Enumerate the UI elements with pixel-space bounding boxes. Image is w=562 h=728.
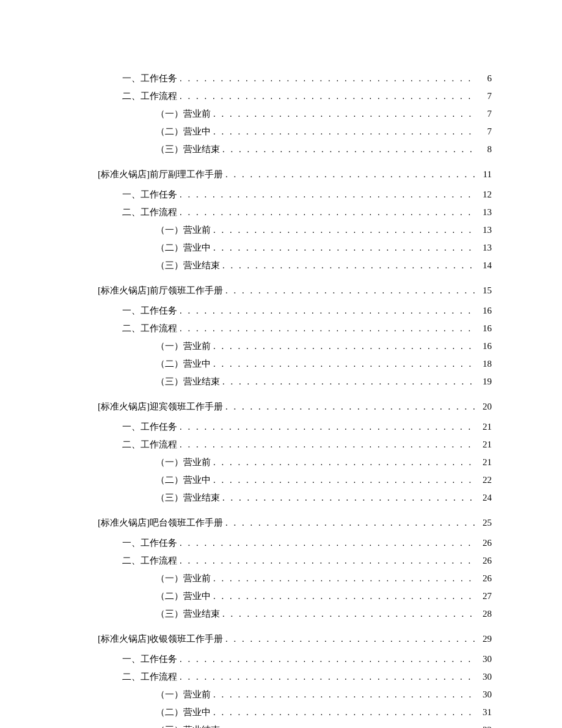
toc-entry-page: 32 xyxy=(480,722,492,728)
toc-leader-dots xyxy=(213,222,477,238)
toc-leader-dots xyxy=(213,123,477,140)
toc-entry: 二、工作流程16 xyxy=(70,320,492,337)
toc-entry-page: 13 xyxy=(480,204,492,221)
toc-entry-label: （一）营业前 xyxy=(156,570,211,587)
toc-entry-page: 21 xyxy=(480,436,492,453)
toc-leader-dots xyxy=(222,722,477,728)
toc-entry-page: 26 xyxy=(480,570,492,587)
toc-entry-label: 一、工作任务 xyxy=(122,535,177,551)
toc-leader-dots xyxy=(225,515,477,531)
toc-entry: [标准火锅店]前厅副理工作手册11 xyxy=(70,166,492,183)
toc-leader-dots xyxy=(180,651,477,667)
toc-leader-dots xyxy=(180,303,477,319)
toc-leader-dots xyxy=(180,204,477,221)
toc-entry-page: 21 xyxy=(480,454,492,471)
toc-entry-page: 13 xyxy=(480,222,492,238)
toc-entry-label: 一、工作任务 xyxy=(122,303,177,319)
toc-entry-page: 26 xyxy=(480,535,492,551)
toc-entry: 一、工作任务6 xyxy=(70,70,492,87)
toc-entry-label: [标准火锅店]迎宾领班工作手册 xyxy=(98,399,223,415)
document-page: 一、工作任务6二、工作流程7（一）营业前7（二）营业中7（三）营业结束8[标准火… xyxy=(0,0,562,728)
toc-entry-page: 30 xyxy=(480,686,492,703)
toc-entry-label: （三）营业结束 xyxy=(156,373,220,390)
toc-leader-dots xyxy=(213,454,477,471)
toc-entry-page: 16 xyxy=(480,320,492,337)
toc-leader-dots xyxy=(213,588,477,605)
toc-leader-dots xyxy=(222,141,477,158)
toc-entry-page: 13 xyxy=(480,240,492,256)
toc-entry-label: 二、工作流程 xyxy=(122,669,177,685)
toc-entry-page: 26 xyxy=(480,553,492,569)
toc-entry: （一）营业前16 xyxy=(70,338,492,355)
toc-entry-label: 一、工作任务 xyxy=(122,186,177,203)
toc-entry: [标准火锅店]收银领班工作手册29 xyxy=(70,631,492,647)
toc-entry-page: 29 xyxy=(480,631,492,647)
toc-entry: （三）营业结束32 xyxy=(70,722,492,728)
toc-entry: （一）营业前30 xyxy=(70,686,492,703)
toc-leader-dots xyxy=(180,70,477,87)
toc-entry-label: （一）营业前 xyxy=(156,222,211,238)
toc-entry: 一、工作任务12 xyxy=(70,186,492,203)
toc-entry: （二）营业中22 xyxy=(70,472,492,488)
toc-entry-label: （二）营业中 xyxy=(156,472,211,488)
toc-entry-label: 一、工作任务 xyxy=(122,419,177,435)
toc-entry-page: 18 xyxy=(480,356,492,372)
toc-entry-page: 30 xyxy=(480,669,492,685)
toc-entry: （一）营业前21 xyxy=(70,454,492,471)
toc-leader-dots xyxy=(225,631,477,647)
toc-leader-dots xyxy=(222,490,477,506)
toc-entry: （一）营业前26 xyxy=(70,570,492,587)
toc-entry: 一、工作任务30 xyxy=(70,651,492,667)
toc-entry: [标准火锅店]吧台领班工作手册25 xyxy=(70,515,492,531)
toc-entry: [标准火锅店]前厅领班工作手册15 xyxy=(70,282,492,299)
toc-entry: （三）营业结束19 xyxy=(70,373,492,390)
toc-leader-dots xyxy=(180,88,477,105)
toc-leader-dots xyxy=(180,669,477,685)
toc-entry-page: 30 xyxy=(480,651,492,667)
toc-entry: （二）营业中31 xyxy=(70,704,492,721)
toc-entry-label: 二、工作流程 xyxy=(122,88,177,105)
toc-leader-dots xyxy=(180,186,477,203)
toc-entry-label: （一）营业前 xyxy=(156,106,211,122)
toc-entry-label: 二、工作流程 xyxy=(122,553,177,569)
toc-entry: 二、工作流程21 xyxy=(70,436,492,453)
toc-entry-label: （三）营业结束 xyxy=(156,606,220,622)
toc-leader-dots xyxy=(180,535,477,551)
toc-entry: （一）营业前7 xyxy=(70,106,492,122)
toc-entry-label: （一）营业前 xyxy=(156,338,211,355)
toc-entry-page: 7 xyxy=(480,123,492,140)
toc-entry-label: （二）营业中 xyxy=(156,240,211,256)
toc-leader-dots xyxy=(222,373,477,390)
toc-entry-page: 27 xyxy=(480,588,492,605)
toc-entry: 二、工作流程30 xyxy=(70,669,492,685)
toc-entry: 一、工作任务26 xyxy=(70,535,492,551)
toc-entry: （三）营业结束14 xyxy=(70,257,492,274)
toc-entry-label: （二）营业中 xyxy=(156,356,211,372)
toc-entry-label: [标准火锅店]吧台领班工作手册 xyxy=(98,515,223,531)
toc-entry: 一、工作任务21 xyxy=(70,419,492,435)
table-of-contents: 一、工作任务6二、工作流程7（一）营业前7（二）营业中7（三）营业结束8[标准火… xyxy=(70,70,492,728)
toc-entry-label: 一、工作任务 xyxy=(122,70,177,87)
toc-leader-dots xyxy=(213,240,477,256)
toc-entry-label: [标准火锅店]前厅副理工作手册 xyxy=(98,166,223,183)
toc-entry-page: 22 xyxy=(480,472,492,488)
toc-entry-page: 31 xyxy=(480,704,492,721)
toc-leader-dots xyxy=(180,553,477,569)
toc-leader-dots xyxy=(222,257,477,274)
toc-entry-page: 21 xyxy=(480,419,492,435)
toc-entry: 一、工作任务16 xyxy=(70,303,492,319)
toc-leader-dots xyxy=(213,356,477,372)
toc-leader-dots xyxy=(222,606,477,622)
toc-leader-dots xyxy=(213,686,477,703)
toc-entry: 二、工作流程26 xyxy=(70,553,492,569)
toc-entry: （一）营业前13 xyxy=(70,222,492,238)
toc-leader-dots xyxy=(180,320,477,337)
toc-leader-dots xyxy=(213,704,477,721)
toc-entry-label: 二、工作流程 xyxy=(122,204,177,221)
toc-entry: （二）营业中18 xyxy=(70,356,492,372)
toc-entry-page: 20 xyxy=(480,399,492,415)
toc-entry-label: （二）营业中 xyxy=(156,123,211,140)
toc-entry-page: 14 xyxy=(480,257,492,274)
toc-entry: （二）营业中7 xyxy=(70,123,492,140)
toc-entry-page: 6 xyxy=(480,70,492,87)
